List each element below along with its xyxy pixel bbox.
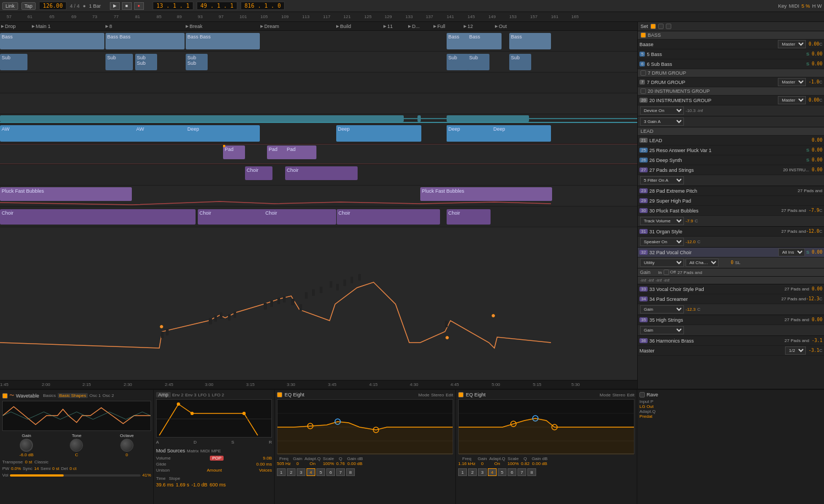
rp-track-5bass[interactable]: 5 5 Bass S 0.00 bbox=[638, 49, 824, 59]
rp-track-drum[interactable]: 7 7 DRUM GROUP Master -1.0 C bbox=[638, 77, 824, 87]
eq2-power[interactable] bbox=[458, 392, 464, 397]
lfo1-tab[interactable]: LFO 1 bbox=[198, 393, 210, 397]
rp-gain35-select[interactable]: Gain bbox=[640, 326, 684, 334]
play-button[interactable]: ▶ bbox=[110, 2, 120, 10]
wavetable-tab-osc1[interactable]: Osc 1 bbox=[90, 393, 101, 398]
rp-monitor-toggle[interactable] bbox=[664, 270, 669, 275]
eq2-band-btn-active[interactable]: 4 bbox=[488, 468, 497, 476]
eq1-band-btn-active[interactable]: 4 bbox=[307, 468, 315, 476]
pop-button[interactable]: POP bbox=[210, 456, 224, 461]
rp-track-34[interactable]: 34 34 Pad Screamer 27 Pads and -12.3 C bbox=[638, 294, 824, 304]
rp-device-on-select[interactable]: Device On bbox=[640, 107, 684, 115]
rp-ch-select[interactable]: All Chann... bbox=[686, 259, 719, 267]
clip-sub-7[interactable]: Sub bbox=[509, 54, 531, 70]
clip-bass-1[interactable]: Bass bbox=[0, 33, 104, 49]
eq2-band-btn[interactable]: 8 bbox=[527, 468, 536, 476]
clip-pad-1[interactable]: Pad bbox=[223, 145, 245, 159]
rp-gain34-select[interactable]: Gain bbox=[640, 305, 684, 313]
gain-knob[interactable] bbox=[20, 439, 33, 452]
rp-toggle-1[interactable] bbox=[650, 24, 656, 29]
rp-route-32-select[interactable]: All Ins bbox=[778, 248, 805, 256]
eq2-band-btn[interactable]: 2 bbox=[468, 468, 477, 476]
clip-deep-1[interactable]: Deep bbox=[186, 125, 260, 142]
tap-button[interactable]: Tap bbox=[21, 2, 36, 10]
rp-gain-a-select[interactable]: 3 Gain A bbox=[640, 117, 684, 126]
clip-aw-2[interactable]: AW bbox=[135, 125, 187, 142]
arrangement-view[interactable]: ▶Drop ▶Main 1 ▶8 ▶Break ▶Dream ▶Build ▶1… bbox=[0, 22, 637, 389]
rp-inst-toggle[interactable] bbox=[641, 88, 646, 94]
rp-track-baase[interactable]: Baase Master 0.00 C bbox=[638, 40, 824, 49]
eq2-band-btn[interactable]: 6 bbox=[508, 468, 516, 476]
wavetable-tab-osc2[interactable]: Osc 2 bbox=[103, 393, 114, 398]
clip-bass-2[interactable]: Bass Bass bbox=[105, 33, 185, 49]
matrix-tab[interactable]: Matrix bbox=[187, 449, 199, 453]
eq1-band-btn[interactable]: 3 bbox=[297, 468, 305, 476]
eq1-power[interactable] bbox=[277, 392, 282, 397]
rp-drum-toggle[interactable] bbox=[641, 70, 646, 76]
stop-button[interactable]: ■ bbox=[122, 2, 132, 10]
clip-lead-marker[interactable] bbox=[417, 115, 421, 122]
rp-track-31[interactable]: 31 31 Organ Style 27 Pads and -12.0 C bbox=[638, 227, 824, 237]
clip-lead-main[interactable] bbox=[0, 115, 404, 122]
clip-lead-2[interactable] bbox=[447, 115, 529, 122]
rp-route-select[interactable]: Master bbox=[778, 78, 806, 86]
eq1-band-btn[interactable]: 1 bbox=[277, 468, 286, 476]
rp-utility-select[interactable]: Utility bbox=[640, 259, 684, 267]
rp-filter-select[interactable]: 5 Filter On A bbox=[640, 176, 684, 184]
clip-sub-4[interactable]: Sub Sub bbox=[186, 54, 208, 70]
clip-choir-main-3[interactable]: Choir bbox=[264, 209, 336, 225]
rp-toggle-3[interactable] bbox=[666, 24, 671, 29]
rp-track-lead[interactable]: 21 LEAD 0.00 bbox=[638, 136, 824, 145]
position-display[interactable]: 49 . 1 . 1 bbox=[197, 2, 237, 10]
clip-pad-3[interactable]: Pad bbox=[285, 145, 316, 159]
wavetable-tab-basic-shapes[interactable]: Basic Shapes bbox=[58, 393, 88, 398]
env3-tab[interactable]: Env 3 bbox=[185, 393, 196, 397]
eq2-band-btn[interactable]: 7 bbox=[517, 468, 526, 476]
amp-tab[interactable]: Amp bbox=[156, 392, 171, 397]
clip-choir-2[interactable]: Choir bbox=[285, 166, 358, 180]
rave-power[interactable] bbox=[639, 392, 645, 397]
midi-tab[interactable]: MIDI bbox=[201, 449, 210, 453]
clip-choir-main-1[interactable]: Choir bbox=[0, 209, 196, 225]
rp-track-25[interactable]: 25 25 Reso Answer Pluck Var 1 S 0.00 bbox=[638, 145, 824, 155]
rp-track-35[interactable]: 35 35 High Strings 27 Pads and 0.00 bbox=[638, 315, 824, 325]
link-button[interactable]: Link bbox=[2, 2, 18, 10]
eq2-band-btn[interactable]: 5 bbox=[498, 468, 506, 476]
rp-track-6sub[interactable]: 6 6 Sub Bass S 0.00 bbox=[638, 59, 824, 69]
rp-track-master[interactable]: Master 1/2 -3.1 C bbox=[638, 346, 824, 356]
eq1-band-btn[interactable]: 5 bbox=[316, 468, 325, 476]
rp-track-28[interactable]: 23 28 Pad Extreme Pitch 27 Pads and bbox=[638, 186, 824, 196]
clip-deep-2[interactable]: Deep bbox=[336, 125, 421, 142]
clip-sub-2[interactable]: Sub bbox=[105, 54, 133, 70]
rp-toggle-2[interactable] bbox=[658, 24, 664, 29]
eq1-band-btn[interactable]: 2 bbox=[287, 468, 296, 476]
hv-toggle[interactable]: H W bbox=[812, 3, 822, 9]
clip-pluck-1[interactable]: Pluck Fast Bubbles bbox=[0, 187, 132, 201]
rp-track-27[interactable]: 27 27 Pads and Strings 20 INSTRU... 0.00 bbox=[638, 165, 824, 175]
rp-speaker-select[interactable]: Speaker On bbox=[640, 238, 684, 246]
lfo2-tab[interactable]: LFO 2 bbox=[212, 393, 224, 397]
rp-bass-toggle[interactable] bbox=[641, 32, 646, 38]
clip-sub-5[interactable]: Sub bbox=[447, 54, 469, 70]
eq2-band-btn[interactable]: 3 bbox=[478, 468, 487, 476]
eq1-band-btn[interactable]: 7 bbox=[336, 468, 345, 476]
mpe-tab[interactable]: MPE bbox=[211, 449, 221, 453]
wavetable-power[interactable] bbox=[2, 393, 8, 399]
loop-start-display[interactable]: 13 . 1 . 1 bbox=[153, 2, 193, 10]
vol-slider[interactable] bbox=[10, 474, 141, 477]
record-button[interactable]: ● bbox=[134, 2, 144, 10]
wavetable-tab-basics[interactable]: Basics bbox=[43, 393, 56, 398]
clip-bass-5[interactable]: Bass bbox=[467, 33, 500, 49]
rp-track-36[interactable]: 36 36 Harmonics Brass 27 Pads and -3.1 bbox=[638, 336, 824, 346]
rp-track-30[interactable]: 30 30 Pluck Fast Bubbles 27 Pads and -7.… bbox=[638, 206, 824, 216]
env2-tab[interactable]: Env 2 bbox=[172, 393, 183, 397]
clip-choir-main-5[interactable]: Choir bbox=[447, 209, 491, 225]
clip-deep-4[interactable]: Deep bbox=[492, 125, 551, 142]
octave-knob[interactable] bbox=[120, 439, 133, 452]
eq2-band-btn[interactable]: 1 bbox=[458, 468, 467, 476]
loop-end-display[interactable]: 816 . 1 . 0 bbox=[241, 2, 285, 10]
rp-track-32[interactable]: 32 32 Pad Vocal Choir All Ins S 0.00 bbox=[638, 248, 824, 257]
clip-sub-6[interactable]: Sub bbox=[467, 54, 489, 70]
bpm-display[interactable]: 126.00 bbox=[39, 2, 66, 10]
clip-choir-1[interactable]: Choir bbox=[245, 166, 272, 180]
